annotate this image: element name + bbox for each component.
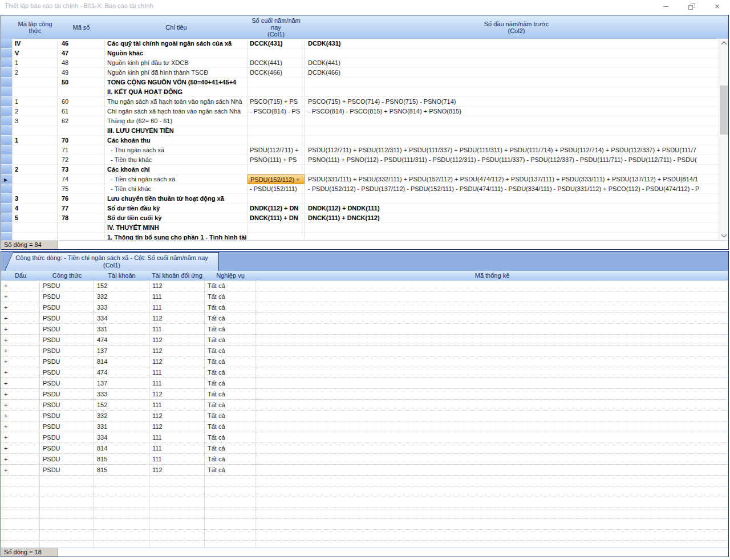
cell-ma-lap[interactable]: IV [13, 39, 58, 48]
cell-col2[interactable]: PSDU(331/111) + PSDU(332/111) + PSDU(152… [305, 175, 719, 184]
cell-nghiep-vu[interactable]: Tất cả [205, 411, 256, 421]
cell-ma-thong-ke[interactable] [256, 508, 728, 519]
cell-tai-khoan[interactable]: 333 [94, 389, 149, 400]
col-header-col1[interactable]: Số cuối năm/năm nay (Col1) [248, 15, 305, 39]
cell-col2[interactable]: PSDU(112/711) + PSDU(112/311) + PSDU(111… [305, 145, 719, 155]
cell-col2[interactable]: - PSDU(152/112) - PSDU(137/112) - PSDU(1… [305, 184, 719, 194]
cell-ma-lap[interactable]: 1 [13, 58, 58, 68]
cell-ma-lap[interactable] [13, 223, 58, 233]
cell-tai-khoan[interactable] [94, 530, 149, 541]
cell-col1[interactable]: - PSDU(152/111) [248, 184, 305, 194]
formula-row-empty[interactable] [1, 476, 728, 486]
cell-ma-thong-ke[interactable] [256, 302, 728, 313]
cell-ma-thong-ke[interactable] [256, 400, 728, 411]
cell-tai-khoan-doi-ung[interactable]: 111 [149, 432, 205, 443]
cell-cong-thuc[interactable]: PSDU [40, 389, 94, 400]
cell-tai-khoan-doi-ung[interactable] [149, 541, 205, 547]
cell-ma-thong-ke[interactable] [256, 432, 728, 443]
cell-ma-thong-ke[interactable] [256, 486, 728, 497]
row-selector[interactable] [1, 87, 13, 97]
cell-ma-lap[interactable] [13, 233, 58, 240]
report-row[interactable]: 170Các khoản thu [1, 136, 719, 145]
cell-ma-so[interactable]: 76 [58, 194, 105, 204]
cell-col2[interactable] [305, 87, 719, 97]
cell-chi-tieu[interactable]: Nguồn kinh phí đã hình thành TSCĐ [105, 68, 248, 78]
cell-nghiep-vu[interactable]: Tất cả [205, 291, 256, 302]
cell-col2[interactable]: - PSCO(814) - PSCO(815) + PSNO(814) + PS… [305, 107, 719, 116]
cell-chi-tieu[interactable]: - Thu ngân sách xã [105, 145, 248, 155]
row-selector[interactable] [1, 136, 13, 145]
col-header-ma-so[interactable]: Mã số [58, 15, 105, 39]
cell-nghiep-vu[interactable] [205, 497, 256, 508]
cell-dau[interactable]: + [1, 389, 40, 400]
row-selector[interactable] [1, 223, 13, 233]
cell-col2[interactable]: PSNO(111) + PSNO(112) - PSDU(111/311) - … [305, 155, 719, 165]
cell-chi-tieu[interactable]: Số dư tiền cuối kỳ [105, 213, 248, 223]
cell-chi-tieu[interactable]: Các quỹ tài chính ngoài ngân sách của xã [105, 39, 248, 48]
cell-chi-tieu[interactable]: Thu ngân sách xã hạch toán vào ngân sách… [105, 97, 248, 107]
cell-chi-tieu[interactable]: Lưu chuyển tiền thuần từ hoạt động xã [105, 194, 248, 204]
formula-row[interactable]: +PSDU814112Tất cả [1, 356, 728, 367]
formula-row[interactable]: +PSDU333112Tất cả [1, 389, 728, 400]
cell-cong-thuc[interactable]: PSDU [40, 443, 94, 454]
report-row[interactable]: 362Thặng dư (62= 60 - 61) [1, 116, 719, 126]
cell-chi-tieu[interactable]: TỔNG CỘNG NGUỒN VỐN (50=40+41+45+4 [105, 78, 248, 87]
cell-nghiep-vu[interactable]: Tất cả [205, 432, 256, 443]
cell-ma-so[interactable]: 70 [58, 136, 105, 145]
cell-col2[interactable] [305, 194, 719, 204]
cell-nghiep-vu[interactable]: Tất cả [205, 335, 256, 346]
cell-nghiep-vu[interactable]: Tất cả [205, 454, 256, 465]
cell-dau[interactable]: + [1, 400, 40, 411]
cell-tai-khoan[interactable] [94, 519, 149, 530]
cell-nghiep-vu[interactable]: Tất cả [205, 324, 256, 335]
cell-ma-thong-ke[interactable] [256, 454, 728, 465]
cell-tai-khoan[interactable]: 814 [94, 356, 149, 367]
cell-col1[interactable] [248, 48, 305, 58]
cell-cong-thuc[interactable]: PSDU [40, 281, 94, 291]
cell-ma-so[interactable]: 78 [58, 213, 105, 223]
cell-dau[interactable]: + [1, 335, 40, 346]
cell-ma-lap[interactable]: 2 [13, 107, 58, 116]
cell-tai-khoan-doi-ung[interactable]: 112 [149, 281, 205, 291]
cell-ma-so[interactable]: 48 [58, 58, 105, 68]
cell-ma-thong-ke[interactable] [256, 346, 728, 356]
cell-col2[interactable]: DCDK(441) [305, 58, 719, 68]
cell-ma-so[interactable]: 74 [58, 175, 105, 184]
cell-nghiep-vu[interactable]: Tất cả [205, 389, 256, 400]
cell-col2[interactable]: DNDK(112) + DNDK(111) [305, 204, 719, 213]
cell-tai-khoan[interactable]: 152 [94, 400, 149, 411]
cell-cong-thuc[interactable] [40, 530, 94, 541]
report-row[interactable]: 50TỔNG CỘNG NGUỒN VỐN (50=40+41+45+4 [1, 78, 719, 87]
cell-ma-so[interactable]: 47 [58, 48, 105, 58]
cell-ma-lap[interactable] [13, 175, 58, 184]
cell-cong-thuc[interactable]: PSDU [40, 378, 94, 389]
cell-ma-so[interactable] [58, 87, 105, 97]
cell-tai-khoan-doi-ung[interactable] [149, 486, 205, 497]
cell-dau[interactable]: + [1, 432, 40, 443]
cell-col1[interactable] [248, 165, 305, 175]
cell-ma-thong-ke[interactable] [256, 281, 728, 291]
cell-col1[interactable]: DNCK(111) + DN [248, 213, 305, 223]
cell-ma-lap[interactable]: 3 [13, 194, 58, 204]
restore-button[interactable] [679, 0, 704, 13]
cell-tai-khoan-doi-ung[interactable]: 111 [149, 291, 205, 302]
cell-col1[interactable] [248, 233, 305, 240]
cell-tai-khoan[interactable] [94, 497, 149, 508]
row-selector[interactable] [1, 39, 13, 48]
formula-row[interactable]: +PSDU152112Tất cả [1, 281, 728, 291]
col-header-dau[interactable]: Dấu [1, 271, 40, 281]
cell-cong-thuc[interactable]: PSDU [40, 356, 94, 367]
cell-dau[interactable]: + [1, 443, 40, 454]
cell-cong-thuc[interactable] [40, 476, 94, 486]
cell-col1[interactable]: PSCO(715) + PS [248, 97, 305, 107]
formula-row[interactable]: +PSDU331111Tất cả [1, 324, 728, 335]
report-row[interactable]: 148Nguồn kinh phí đầu tư XDCBDCCK(441)DC… [1, 58, 719, 68]
row-selector[interactable] [1, 48, 13, 58]
cell-dau[interactable] [1, 476, 40, 486]
cell-ma-lap[interactable] [13, 184, 58, 194]
cell-nghiep-vu[interactable] [205, 476, 256, 486]
cell-nghiep-vu[interactable]: Tất cả [205, 443, 256, 454]
cell-dau[interactable]: + [1, 378, 40, 389]
cell-nghiep-vu[interactable] [205, 486, 256, 497]
cell-ma-so[interactable]: 61 [58, 107, 105, 116]
